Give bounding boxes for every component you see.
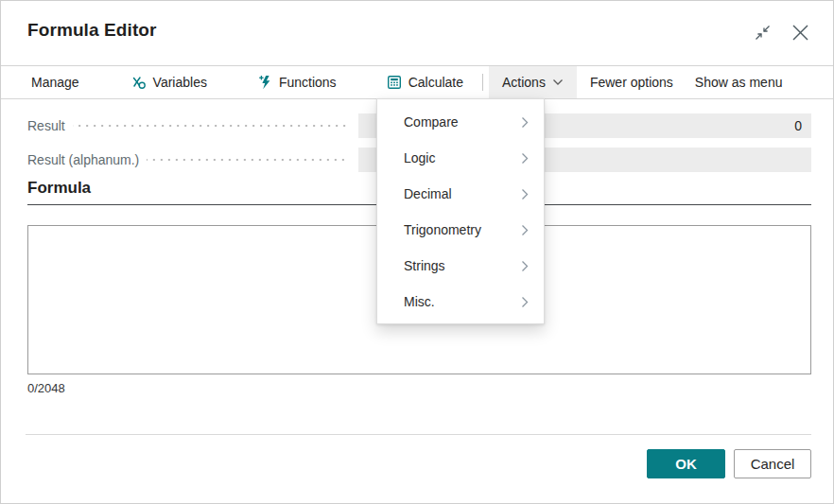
menu-item-misc[interactable]: Misc. <box>377 284 544 320</box>
chevron-right-icon <box>521 152 529 165</box>
toolbar-show-as-menu-button[interactable]: Show as menu <box>691 66 787 98</box>
toolbar-manage-label: Manage <box>31 75 79 90</box>
menu-item-logic[interactable]: Logic <box>377 140 544 176</box>
menu-item-label: Misc. <box>404 294 521 309</box>
toolbar-fewer-options-button[interactable]: Fewer options <box>586 66 677 98</box>
menu-item-strings[interactable]: Strings <box>377 248 544 284</box>
toolbar-functions-label: Functions <box>279 75 337 90</box>
chevron-right-icon <box>521 224 529 236</box>
collapse-window-icon[interactable] <box>752 22 773 43</box>
close-icon[interactable] <box>790 22 810 43</box>
window-controls <box>752 22 810 43</box>
dotted-leader <box>73 125 349 127</box>
footer-divider <box>26 434 811 435</box>
toolbar-functions-button[interactable]: Functions <box>254 66 340 98</box>
menu-item-label: Trigonometry <box>404 222 521 237</box>
chevron-right-icon <box>521 188 529 200</box>
toolbar-actions-label: Actions <box>502 75 546 90</box>
cancel-button[interactable]: Cancel <box>734 449 811 478</box>
ok-button[interactable]: OK <box>647 449 725 478</box>
toolbar-variables-button[interactable]: Variables <box>128 66 211 98</box>
toolbar-separator <box>482 74 483 91</box>
toolbar-actions-button[interactable]: Actions <box>489 66 577 98</box>
chevron-down-icon <box>552 78 564 86</box>
formula-editor-dialog: Formula Editor Manage <box>0 0 834 504</box>
chevron-right-icon <box>521 116 529 129</box>
result-alphanum-field-label: Result (alphanum.) <box>27 152 139 167</box>
menu-item-label: Logic <box>404 150 521 165</box>
toolbar-manage-button[interactable]: Manage <box>27 66 83 98</box>
actions-dropdown-menu: Compare Logic Decimal Trigonometry Strin… <box>376 98 545 324</box>
variable-x-icon <box>131 75 147 90</box>
dotted-leader <box>147 159 349 161</box>
menu-item-compare[interactable]: Compare <box>377 104 544 140</box>
toolbar-fewer-options-label: Fewer options <box>590 75 673 90</box>
menu-item-label: Compare <box>404 114 521 130</box>
menu-item-label: Strings <box>404 258 521 273</box>
menu-item-label: Decimal <box>404 186 521 201</box>
page-title: Formula Editor <box>27 20 157 41</box>
chevron-right-icon <box>521 260 529 272</box>
toolbar-variables-label: Variables <box>153 75 207 90</box>
calculator-icon <box>387 75 402 90</box>
toolbar-show-as-menu-label: Show as menu <box>695 75 783 90</box>
toolbar-calculate-label: Calculate <box>408 75 463 90</box>
result-field-label: Result <box>27 118 65 133</box>
chevron-right-icon <box>521 296 529 308</box>
toolbar: Manage Variables Functions <box>1 65 833 99</box>
menu-item-decimal[interactable]: Decimal <box>377 176 544 212</box>
toolbar-calculate-button[interactable]: Calculate <box>383 66 467 98</box>
character-counter: 0/2048 <box>27 381 65 395</box>
menu-item-trigonometry[interactable]: Trigonometry <box>377 212 544 248</box>
lightning-function-icon <box>258 75 272 90</box>
